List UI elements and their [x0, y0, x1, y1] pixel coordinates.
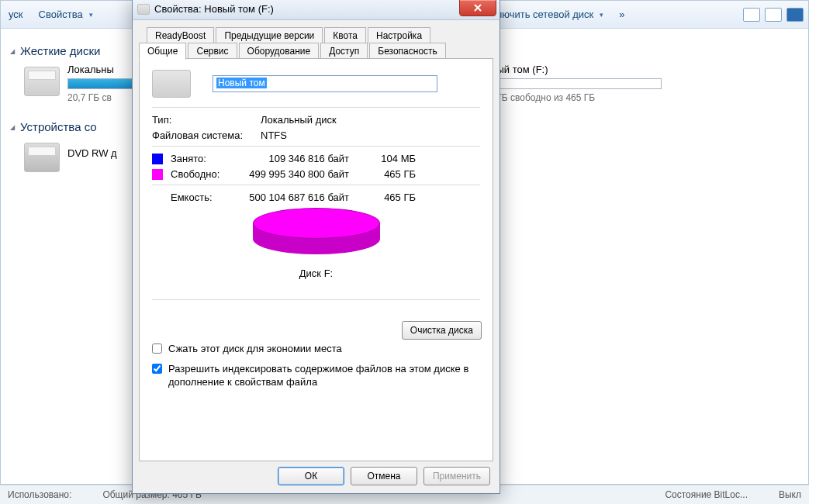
disk-caption: Диск F: — [152, 268, 480, 279]
status-used: Использовано: — [8, 489, 71, 500]
status-bitlocker-label: Состояние BitLoc... — [665, 489, 748, 500]
disk-cleanup-button[interactable]: Очистка диска — [402, 321, 482, 340]
index-label: Разрешить индексировать содержимое файло… — [168, 362, 480, 389]
dialog-buttons: ОК Отмена Применить — [278, 467, 490, 485]
divider — [152, 107, 480, 108]
drive-name: Новый том (F:) — [479, 64, 662, 75]
tab-hardware[interactable]: Оборудование — [239, 43, 320, 60]
used-label: Занято: — [171, 153, 237, 164]
capacity-bytes: 500 104 687 616 байт — [237, 192, 369, 203]
close-icon — [473, 3, 482, 12]
free-label: Свободно: — [171, 168, 237, 180]
type-value: Локальный диск — [261, 114, 337, 126]
tabs-row-2: Общие Сервис Оборудование Доступ Безопас… — [139, 42, 493, 59]
toolbar-chevrons-icon[interactable]: » — [616, 6, 627, 22]
help-icon[interactable] — [786, 8, 804, 22]
dialog-titlebar[interactable]: Свойства: Новый том (F:) — [133, 0, 500, 20]
divider — [152, 146, 480, 147]
capacity-human: 465 ГБ — [369, 192, 416, 203]
capacity-label: Емкость: — [171, 192, 237, 203]
tab-customize[interactable]: Настройка — [368, 27, 430, 43]
hard-drive-icon — [24, 67, 60, 96]
view-icon-1[interactable] — [743, 8, 760, 22]
index-checkbox[interactable] — [152, 364, 162, 374]
tab-panel-general: Новый том Тип: Локальный диск Файловая с… — [139, 58, 493, 461]
toolbar-item-upusk[interactable]: уск — [5, 6, 26, 22]
tab-security[interactable]: Безопасность — [369, 43, 446, 60]
apply-button[interactable]: Применить — [423, 467, 490, 485]
divider — [152, 185, 480, 185]
index-checkbox-row[interactable]: Разрешить индексировать содержимое файло… — [152, 362, 480, 389]
drive-free-text: 465 ГБ свободно из 465 ГБ — [479, 92, 662, 103]
close-button[interactable] — [459, 0, 496, 16]
disk-usage-pie-chart — [253, 208, 380, 257]
dvd-drive-icon — [24, 143, 60, 172]
type-label: Тип: — [152, 114, 261, 126]
tab-tools[interactable]: Сервис — [188, 43, 237, 60]
toolbar-item-properties[interactable]: Свойства — [36, 6, 96, 22]
compress-checkbox-row[interactable]: Сжать этот диск для экономии места — [152, 342, 480, 356]
free-bytes: 499 995 340 800 байт — [237, 168, 369, 180]
volume-name-text: Новый том — [216, 78, 267, 88]
tab-general[interactable]: Общие — [139, 43, 186, 60]
free-color-swatch — [152, 169, 163, 180]
free-human: 465 ГБ — [369, 168, 416, 180]
status-bitlocker-value: Выкл — [779, 489, 801, 500]
toolbar-item-map-drive[interactable]: лючить сетевой диск — [493, 6, 607, 22]
disk-icon — [137, 4, 150, 15]
properties-dialog: Свойства: Новый том (F:) ReadyBoost Пред… — [132, 0, 500, 494]
used-color-swatch — [152, 154, 163, 164]
divider — [152, 299, 480, 300]
drive-icon — [152, 70, 191, 98]
cancel-button[interactable]: Отмена — [351, 467, 417, 485]
used-bytes: 109 346 816 байт — [237, 153, 369, 164]
compress-checkbox[interactable] — [152, 343, 162, 354]
tab-previous-versions[interactable]: Предыдущие версии — [216, 27, 323, 43]
tab-quota[interactable]: Квота — [324, 27, 366, 43]
filesystem-label: Файловая система: — [152, 129, 261, 141]
volume-name-input[interactable]: Новый том — [213, 75, 437, 92]
tab-area: ReadyBoost Предыдущие версии Квота Настр… — [133, 20, 500, 461]
tab-sharing[interactable]: Доступ — [320, 43, 368, 60]
ok-button[interactable]: ОК — [278, 467, 344, 485]
view-icon-2[interactable] — [765, 8, 782, 22]
dialog-title: Свойства: Новый том (F:) — [154, 3, 274, 15]
used-human: 104 МБ — [369, 153, 416, 164]
tab-readyboost[interactable]: ReadyBoost — [147, 27, 214, 43]
tabs-row-1: ReadyBoost Предыдущие версии Квота Настр… — [139, 26, 493, 43]
filesystem-value: NTFS — [261, 129, 287, 141]
drive-usage-bar — [479, 78, 662, 89]
compress-label: Сжать этот диск для экономии места — [168, 342, 342, 356]
